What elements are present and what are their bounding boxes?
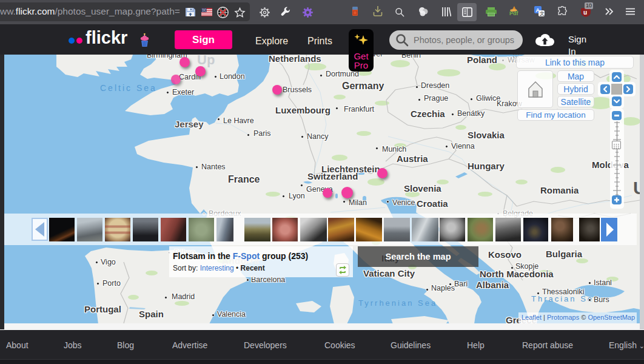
svg-text:Pdf: Pdf [509,10,519,16]
svg-text:文: 文 [540,11,545,16]
svg-text:u: u [583,9,587,16]
